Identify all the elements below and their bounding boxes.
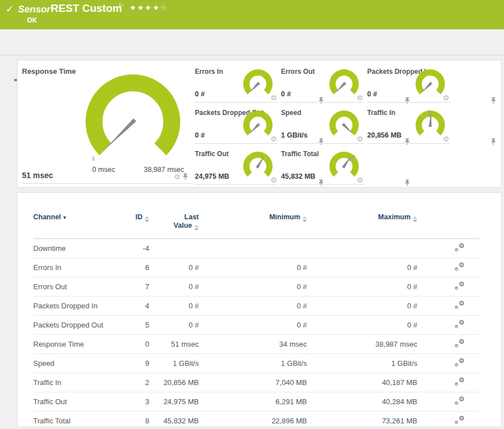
divider bbox=[22, 183, 192, 184]
gauge-cell-traffic-out[interactable]: Traffic Out 24,975 MB ⚙ bbox=[195, 148, 278, 189]
gauge-value: 24,975 MB bbox=[195, 173, 229, 180]
channels-table-panel: Channel▾ ID Last Value Minimum Maximum bbox=[17, 192, 502, 427]
channel-id: -4 bbox=[118, 244, 149, 253]
table-row-speed[interactable]: Speed 9 1 GBit/s 1 GBit/s 1 GBit/s ⚙⚙ bbox=[33, 354, 479, 373]
gauge-cell-icons: ⚙ bbox=[443, 94, 449, 102]
flag-icon[interactable]: ⚐ bbox=[118, 2, 124, 10]
gear-icon[interactable]: ⚙ bbox=[174, 173, 181, 181]
channel-settings-icon[interactable]: ⚙⚙ bbox=[454, 396, 465, 405]
small-gauge bbox=[243, 151, 273, 182]
pin-icon[interactable] bbox=[490, 138, 497, 145]
channel-name: Speed bbox=[33, 359, 118, 368]
channel-name: Response Time bbox=[33, 340, 118, 348]
gear-icon[interactable]: ⚙ bbox=[443, 135, 449, 143]
table-row-packets-dropped-in[interactable]: Packets Dropped In 4 0 # 0 # 0 # ⚙⚙ bbox=[33, 297, 479, 316]
column-header-minimum[interactable]: Minimum bbox=[199, 213, 307, 222]
channel-name: Traffic Total bbox=[33, 417, 118, 425]
gauge-cell-errors-out[interactable]: Errors Out 0 # ⚙ bbox=[281, 65, 364, 107]
priority-stars[interactable]: ★★★★☆ bbox=[130, 3, 168, 12]
table-row-traffic-total[interactable]: Traffic Total 8 45,832 MB 22,896 MB 73,2… bbox=[33, 412, 479, 429]
divider bbox=[195, 143, 278, 144]
divider bbox=[195, 102, 278, 103]
gauge-value: 0 # bbox=[367, 90, 377, 98]
gauge-cell-icons: ⚙ bbox=[270, 176, 277, 184]
average-tick bbox=[430, 110, 430, 118]
maximum-value: 73,261 MB bbox=[307, 417, 417, 425]
channel-settings-icon[interactable]: ⚙⚙ bbox=[454, 377, 465, 386]
gauge-title: Traffic Total bbox=[281, 150, 319, 158]
sort-icon bbox=[413, 216, 417, 222]
gauge-value: 1 GBit/s bbox=[281, 131, 307, 139]
channel-settings-icon[interactable]: ⚙⚙ bbox=[454, 415, 465, 424]
channel-settings-icon[interactable]: ⚙⚙ bbox=[454, 339, 465, 348]
gear-icon[interactable]: ⚙ bbox=[270, 135, 277, 143]
pin-icon[interactable] bbox=[182, 173, 189, 180]
channel-settings-icon[interactable]: ⚙⚙ bbox=[454, 358, 465, 367]
gauge-cell-traffic-total[interactable]: Traffic Total 45,832 MB ⚙ bbox=[281, 148, 364, 189]
gauge-value: 0 # bbox=[195, 90, 204, 98]
maximum-value: 0 # bbox=[307, 282, 417, 291]
table-row-downtime[interactable]: Downtime -4 ⚙⚙ bbox=[33, 239, 479, 258]
pin-icon[interactable] bbox=[490, 97, 497, 104]
small-gauge bbox=[243, 69, 273, 99]
channel-settings-icon[interactable]: ⚙⚙ bbox=[454, 320, 465, 329]
column-header-label: Minimum bbox=[269, 213, 300, 221]
divider bbox=[367, 102, 451, 103]
column-header-channel[interactable]: Channel▾ bbox=[33, 213, 118, 222]
table-row-packets-dropped-out[interactable]: Packets Dropped Out 5 0 # 0 # 0 # ⚙⚙ bbox=[33, 316, 479, 335]
gear-icon[interactable]: ⚙ bbox=[270, 176, 277, 184]
channel-settings-icon[interactable]: ⚙⚙ bbox=[454, 243, 465, 252]
gear-icon[interactable]: ⚙ bbox=[356, 176, 363, 184]
small-gauge bbox=[329, 110, 359, 140]
gear-icon[interactable]: ⚙ bbox=[356, 135, 363, 143]
channel-name: Errors In bbox=[33, 263, 118, 272]
response-time-gauge-title: Response Time bbox=[22, 67, 76, 76]
channel-settings-icon[interactable]: ⚙⚙ bbox=[454, 262, 465, 271]
minimum-value: 0 # bbox=[199, 302, 307, 310]
gauge-cell-packets-dropped-in[interactable]: Packets Dropped In 0 # ⚙ bbox=[367, 65, 451, 107]
table-row-response-time[interactable]: Response Time 0 51 msec 34 msec 38,987 m… bbox=[33, 335, 479, 354]
gauge-title: Traffic Out bbox=[195, 150, 229, 158]
gear-icon[interactable]: ⚙ bbox=[356, 94, 363, 102]
maximum-value: 0 # bbox=[307, 302, 417, 310]
column-header-id[interactable]: ID bbox=[118, 213, 149, 222]
response-time-gauge[interactable] bbox=[79, 68, 186, 175]
gauge-cell-errors-in[interactable]: Errors In 0 # ⚙ bbox=[195, 65, 278, 107]
gauge-value: 0 # bbox=[281, 90, 291, 98]
divider bbox=[281, 102, 364, 103]
table-row-traffic-in[interactable]: Traffic In 2 20,856 MB 7,040 MB 40,187 M… bbox=[33, 373, 479, 392]
gauge-cell-speed[interactable]: Speed 1 GBit/s ⚙ bbox=[281, 107, 364, 148]
status-ok-check-icon: ✓ bbox=[6, 3, 14, 15]
channel-id: 6 bbox=[118, 263, 149, 272]
response-time-value: 51 msec bbox=[22, 171, 53, 180]
gear-icon[interactable]: ⚙ bbox=[443, 94, 449, 102]
table-row-errors-in[interactable]: Errors In 6 0 # 0 # 0 # ⚙⚙ bbox=[33, 258, 479, 277]
small-gauge bbox=[329, 69, 359, 99]
sensor-overview-page: ✓ Sensor REST Custom ⚐ ★★★★☆ OK Overview bbox=[0, 0, 504, 429]
small-gauge bbox=[415, 110, 445, 140]
column-header-maximum[interactable]: Maximum bbox=[307, 213, 417, 222]
column-header-label: Maximum bbox=[378, 213, 411, 221]
last-value: 24,975 MB bbox=[149, 397, 199, 406]
channel-name: Packets Dropped Out bbox=[33, 321, 118, 329]
column-header-last-value[interactable]: Last Value bbox=[149, 213, 199, 231]
gear-icon[interactable]: ⚙ bbox=[270, 94, 277, 102]
minimum-value: 22,896 MB bbox=[199, 417, 307, 425]
table-row-traffic-out[interactable]: Traffic Out 3 24,975 MB 6,291 MB 40,284 … bbox=[33, 392, 479, 412]
table-row-errors-out[interactable]: Errors Out 7 0 # 0 # 0 # ⚙⚙ bbox=[33, 277, 479, 297]
gauge-value: 45,832 MB bbox=[281, 173, 315, 180]
channel-settings-icon[interactable]: ⚙⚙ bbox=[454, 300, 465, 309]
sort-icon bbox=[302, 216, 307, 222]
caret-down-icon: ▾ bbox=[63, 214, 66, 220]
gauge-value: 0 # bbox=[195, 131, 204, 139]
last-value: 51 msec bbox=[149, 340, 199, 348]
channel-id: 9 bbox=[118, 359, 149, 368]
gauge-cell-packets-dropped-out[interactable]: Packets Dropped Out 0 # ⚙ bbox=[195, 107, 278, 148]
channel-settings-icon[interactable]: ⚙⚙ bbox=[454, 281, 465, 290]
divider bbox=[281, 184, 364, 185]
pin-icon[interactable] bbox=[404, 179, 411, 187]
channel-id: 7 bbox=[118, 282, 149, 291]
minimum-value: 0 # bbox=[199, 282, 307, 291]
last-value: 1 GBit/s bbox=[149, 359, 199, 368]
gauge-cell-traffic-in[interactable]: Traffic In 20,856 MB ⚙ bbox=[367, 107, 451, 148]
